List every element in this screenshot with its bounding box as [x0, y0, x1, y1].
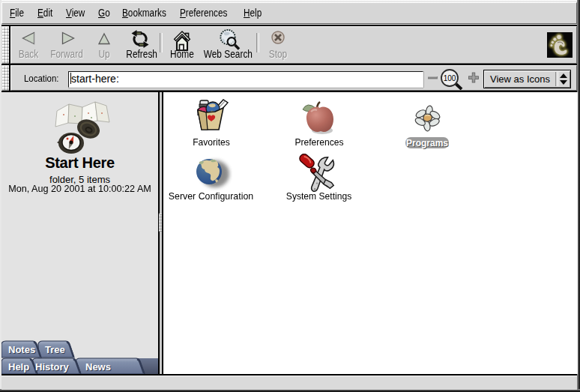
svg-text:Notes: Notes — [8, 344, 35, 355]
svg-text:100: 100 — [444, 74, 456, 82]
svg-text:History: History — [35, 361, 70, 373]
svg-text:News: News — [85, 361, 111, 373]
svg-text:Help: Help — [8, 361, 29, 373]
svg-text:Tree: Tree — [45, 344, 65, 355]
